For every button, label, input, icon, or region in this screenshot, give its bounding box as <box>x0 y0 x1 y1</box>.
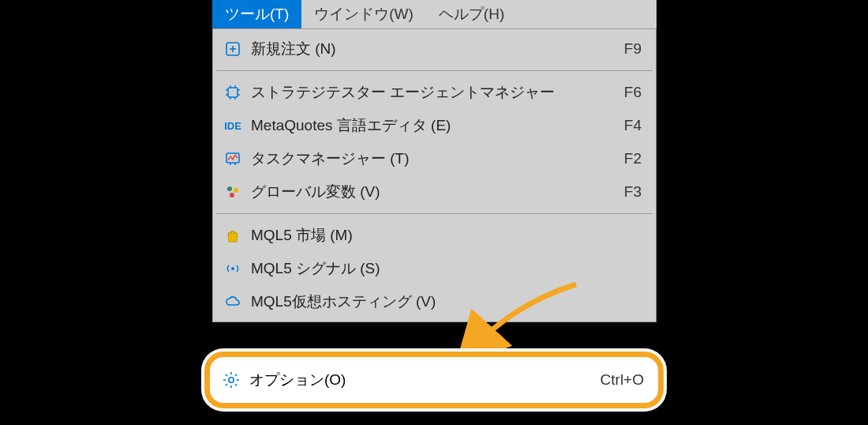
new-order-icon <box>223 39 243 59</box>
svg-point-19 <box>229 378 234 382</box>
menu-item-label: グローバル変数 (V) <box>251 182 612 202</box>
svg-point-18 <box>231 267 234 270</box>
svg-point-17 <box>230 193 234 197</box>
menubar-window[interactable]: ウインドウ(W) <box>301 0 426 28</box>
menu-mql5-signals[interactable]: MQL5 シグナル (S) <box>213 252 656 285</box>
svg-line-27 <box>235 374 237 376</box>
menubar-tools[interactable]: ツール(T) <box>212 0 301 28</box>
separator <box>216 213 653 214</box>
signal-icon <box>223 258 243 279</box>
menu-container: ツール(T) ウインドウ(W) ヘルプ(H) 新規注文 (N) F9 ストラテジ… <box>212 0 657 322</box>
menu-item-label: MQL5 シグナル (S) <box>251 258 642 279</box>
menu-strategy-tester[interactable]: ストラテジテスター エージェントマネジャー F6 <box>213 76 656 109</box>
menu-meta-editor[interactable]: IDE MetaQuotes 言語エディタ (E) F4 <box>213 109 656 142</box>
menu-item-shortcut: F3 <box>624 183 642 201</box>
svg-line-24 <box>226 374 227 376</box>
menu-item-shortcut: F2 <box>624 150 642 167</box>
menu-item-label: タスクマネージャー (T) <box>251 149 612 169</box>
menu-item-label: 新規注文 (N) <box>251 39 612 59</box>
cloud-icon <box>223 291 243 312</box>
menubar: ツール(T) ウインドウ(W) ヘルプ(H) <box>212 0 657 28</box>
menu-item-shortcut: F6 <box>624 84 642 101</box>
svg-rect-3 <box>228 88 238 97</box>
menu-item-label: オプション(O) <box>249 370 588 390</box>
menu-item-label: MQL5 市場 (M) <box>251 225 642 246</box>
menu-item-shortcut: Ctrl+O <box>600 371 644 389</box>
tools-dropdown: 新規注文 (N) F9 ストラテジテスター エージェントマネジャー F6 IDE… <box>212 28 657 322</box>
svg-point-16 <box>234 188 238 193</box>
menu-item-label: MQL5仮想ホスティング (V) <box>251 291 642 312</box>
bag-icon <box>223 225 243 246</box>
menu-global-vars[interactable]: グローバル変数 (V) F3 <box>213 175 656 209</box>
svg-line-25 <box>235 384 237 386</box>
svg-point-15 <box>227 186 232 191</box>
menu-options-highlighted[interactable]: オプション(O) Ctrl+O <box>204 352 664 408</box>
ide-icon: IDE <box>223 115 243 136</box>
menu-task-manager[interactable]: タスクマネージャー (T) F2 <box>213 142 656 175</box>
svg-line-26 <box>226 384 227 386</box>
menu-item-shortcut: F9 <box>624 40 642 58</box>
menu-item-shortcut: F4 <box>624 117 642 134</box>
variables-icon <box>223 182 243 202</box>
menu-item-label: ストラテジテスター エージェントマネジャー <box>251 82 612 103</box>
menu-mql5-market[interactable]: MQL5 市場 (M) <box>213 219 656 252</box>
gear-icon <box>221 370 241 390</box>
menu-new-order[interactable]: 新規注文 (N) F9 <box>213 32 656 66</box>
menu-item-label: MetaQuotes 言語エディタ (E) <box>251 115 612 136</box>
monitor-icon <box>223 149 243 169</box>
separator <box>216 70 653 71</box>
menu-mql5-hosting[interactable]: MQL5仮想ホスティング (V) <box>213 285 656 318</box>
chip-icon <box>223 82 243 103</box>
menubar-help[interactable]: ヘルプ(H) <box>426 0 517 28</box>
